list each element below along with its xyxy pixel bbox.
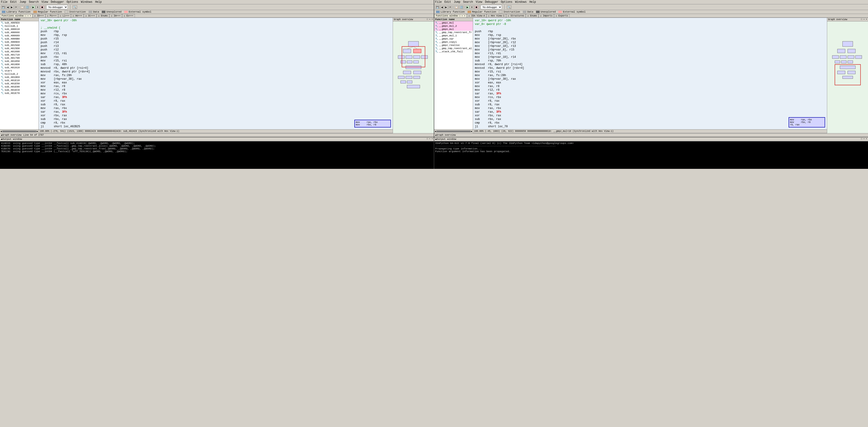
left-function-item[interactable]: 🔧sub_401EC0 bbox=[0, 88, 38, 92]
menu-search[interactable]: Search bbox=[29, 0, 38, 4]
right-function-item[interactable]: 🔧__gmpn_mul_1 bbox=[434, 34, 473, 37]
left-function-item[interactable]: 🔧sub_401E70 bbox=[0, 92, 38, 95]
left-function-item[interactable]: 🔧sub_4015D0 bbox=[0, 47, 38, 50]
left-function-item[interactable]: 🔧sub_401710 bbox=[0, 53, 38, 56]
left-output-window[interactable]: 41AEC0: using guessed type __int64 __fas… bbox=[0, 141, 434, 169]
right-function-item[interactable]: 🔧__gmpn_mul_2 bbox=[434, 24, 473, 28]
left-function-item[interactable]: 🔧sub_401DE0 bbox=[0, 76, 38, 79]
left-function-item[interactable]: 🔧start bbox=[0, 69, 38, 73]
right-copy-btn[interactable]: 📋 bbox=[454, 5, 459, 9]
tab-exports[interactable]: ☑ Exports bbox=[554, 14, 569, 17]
left-mini-graph: mov rax, rbxmov rbx, r8 bbox=[354, 120, 391, 127]
right-function-item[interactable]: 🔧__gmp_tmp_reentrant_al bbox=[434, 47, 473, 50]
right-code-area[interactable]: var_10= qword ptr -10hvar_8= qword ptr -… bbox=[473, 18, 827, 129]
right-menu-edit[interactable]: Edit bbox=[444, 0, 451, 4]
forward-btn[interactable]: ▶ bbox=[10, 5, 14, 9]
left-function-item[interactable]: 🔧sub_401690 bbox=[0, 50, 38, 53]
right-nav-btn[interactable]: ⟳ bbox=[448, 5, 452, 9]
tab-im-left[interactable]: ☑ Im••• bbox=[109, 14, 122, 17]
right-back-btn[interactable]: ◀ bbox=[440, 5, 444, 9]
menu-debugger[interactable]: Debugger bbox=[51, 0, 64, 4]
tab-enums-left[interactable]: ☑ Enums bbox=[96, 14, 109, 17]
left-function-item[interactable]: 🔧sub_400610 bbox=[0, 28, 38, 31]
right-pause-btn[interactable]: ⏸ bbox=[470, 5, 474, 9]
left-function-item[interactable]: 🔧sub_401910 bbox=[0, 66, 38, 69]
left-function-item[interactable]: 🔧nullsub_1 bbox=[0, 24, 38, 28]
right-scroll-left[interactable]: ◀ bbox=[435, 130, 436, 133]
left-function-item[interactable]: 🔧sub_401E90 bbox=[0, 85, 38, 88]
left-function-item[interactable]: 🔧sub_4006E0 bbox=[0, 40, 38, 44]
right-stop-btn[interactable]: ⏹ bbox=[474, 5, 478, 9]
right-menu-options[interactable]: Options bbox=[501, 0, 512, 4]
menu-help[interactable]: Help bbox=[95, 0, 102, 4]
right-function-item[interactable]: 🔧__gmpz_mul bbox=[434, 21, 473, 24]
right-output-window[interactable]: IDAPython 64-bit v1.7.0 final (serial 0)… bbox=[434, 141, 868, 169]
right-functions-list[interactable]: 🔧__gmpz_mul🔧__gmpn_mul_2🔧__gmpn_mul🔧__gm… bbox=[434, 21, 473, 129]
left-function-item[interactable]: 🔧sub_4005E8 bbox=[0, 21, 38, 24]
left-functions-list[interactable]: 🔧sub_4005E8🔧nullsub_1🔧sub_400610🔧sub_400… bbox=[0, 21, 38, 129]
tab-ps-left[interactable]: ☑ Ps••• bbox=[45, 14, 58, 17]
right-debugger-select[interactable]: No debugger bbox=[480, 5, 502, 9]
debugger-select[interactable]: No debugger bbox=[46, 5, 68, 9]
tab-imports[interactable]: ☑ Imports bbox=[538, 14, 554, 17]
right-run-btn[interactable]: ▶ bbox=[466, 5, 469, 9]
tab-ex-left[interactable]: ☑ Ex••• bbox=[122, 14, 135, 17]
left-function-item[interactable]: 🔧sub_4018D0 bbox=[0, 63, 38, 66]
right-menu-search[interactable]: Search bbox=[463, 0, 473, 4]
left-function-item[interactable]: 🔧sub_400689 bbox=[0, 34, 38, 37]
left-function-item[interactable]: 🔧nullsub_2 bbox=[0, 73, 38, 76]
left-function-item[interactable]: 🔧sub_401E50 bbox=[0, 82, 38, 85]
menu-jump[interactable]: Jump bbox=[20, 0, 26, 4]
menu-edit[interactable]: Edit bbox=[10, 0, 17, 4]
copy-btn[interactable]: 📋 bbox=[20, 5, 24, 9]
right-menu-windows[interactable]: Windows bbox=[515, 0, 527, 4]
right-function-item[interactable]: 🔧__gmpn_sqr bbox=[434, 37, 473, 40]
right-forward-btn[interactable]: ▶ bbox=[444, 5, 448, 9]
tab-functions-window-right[interactable]: Functions window □ ▪ × bbox=[434, 14, 467, 17]
menu-options[interactable]: Options bbox=[67, 0, 78, 4]
right-function-item[interactable]: 🔧__gmpn_copyi bbox=[434, 40, 473, 44]
right-function-item[interactable]: 🔧__gmpn_mul bbox=[434, 28, 473, 31]
right-hex-btn[interactable]: 🔣 bbox=[459, 5, 464, 9]
right-function-item[interactable]: 🔧__stack_chk_fail bbox=[434, 50, 473, 53]
right-search-btn[interactable]: 🔍 bbox=[507, 5, 512, 9]
pause-btn[interactable]: ⏸ bbox=[36, 5, 40, 9]
menu-windows[interactable]: Windows bbox=[81, 0, 92, 4]
right-scroll-right[interactable]: ▶ bbox=[471, 130, 472, 133]
search-btn[interactable]: 🔍 bbox=[72, 5, 77, 9]
left-function-item[interactable]: 🔧sub_400666 bbox=[0, 31, 38, 34]
tab-he-left[interactable]: ☑ He••• bbox=[71, 14, 84, 17]
right-menu-jump[interactable]: Jump bbox=[454, 0, 461, 4]
tab-li-left[interactable]: ☑ Li••• bbox=[58, 14, 71, 17]
left-function-item[interactable]: 🔧sub_401850 bbox=[0, 60, 38, 63]
menu-view[interactable]: View bbox=[41, 0, 48, 4]
tab-functions-window-left[interactable]: Functions window □ ▪ × bbox=[0, 14, 33, 17]
stop-btn[interactable]: ⏹ bbox=[40, 5, 44, 9]
right-menu-file[interactable]: File bbox=[435, 0, 442, 4]
tab-st-left[interactable]: ☑ St••• bbox=[84, 14, 96, 17]
left-function-item[interactable]: 🔧sub_401E10 bbox=[0, 79, 38, 82]
hex-btn[interactable]: 🔣 bbox=[25, 5, 29, 9]
right-menu-debugger[interactable]: Debugger bbox=[485, 0, 498, 4]
save-btn[interactable]: 💾 bbox=[1, 5, 5, 9]
nav-btn[interactable]: ⟳ bbox=[14, 5, 18, 9]
right-function-item[interactable]: 🔧__gmpz_realloc bbox=[434, 44, 473, 47]
left-scroll-right[interactable]: ▶ bbox=[37, 130, 38, 133]
menu-file[interactable]: File bbox=[1, 0, 7, 4]
run-btn[interactable]: ▶ bbox=[31, 5, 35, 9]
right-save-btn[interactable]: 💾 bbox=[435, 5, 440, 9]
left-function-item[interactable]: 🔧sub_4006B0 bbox=[0, 37, 38, 40]
left-function-item[interactable]: 🔧sub_4015A0 bbox=[0, 44, 38, 47]
right-function-item[interactable]: 🔧__gmp_tmp_reentrant_fr bbox=[434, 31, 473, 34]
tab-id-left[interactable]: ☑ ID••• bbox=[33, 14, 45, 17]
tab-hex-view[interactable]: ☑ Hex View-1 bbox=[487, 14, 506, 17]
left-function-item[interactable]: 🔧sub_401790 bbox=[0, 56, 38, 60]
left-scroll-left[interactable]: ◀ bbox=[0, 130, 2, 133]
back-btn[interactable]: ◀ bbox=[6, 5, 9, 9]
tab-ida-view-a[interactable]: ☑ IDA View-A bbox=[467, 14, 487, 17]
right-menu-help[interactable]: Help bbox=[529, 0, 536, 4]
tab-enums-right[interactable]: ☑ Enums bbox=[526, 14, 538, 17]
right-menu-view[interactable]: View bbox=[476, 0, 483, 4]
tab-structures[interactable]: ☑ Structures bbox=[506, 14, 526, 17]
left-code-area[interactable]: var_38= qword ptr -38h; __unwind {push r… bbox=[39, 18, 393, 129]
